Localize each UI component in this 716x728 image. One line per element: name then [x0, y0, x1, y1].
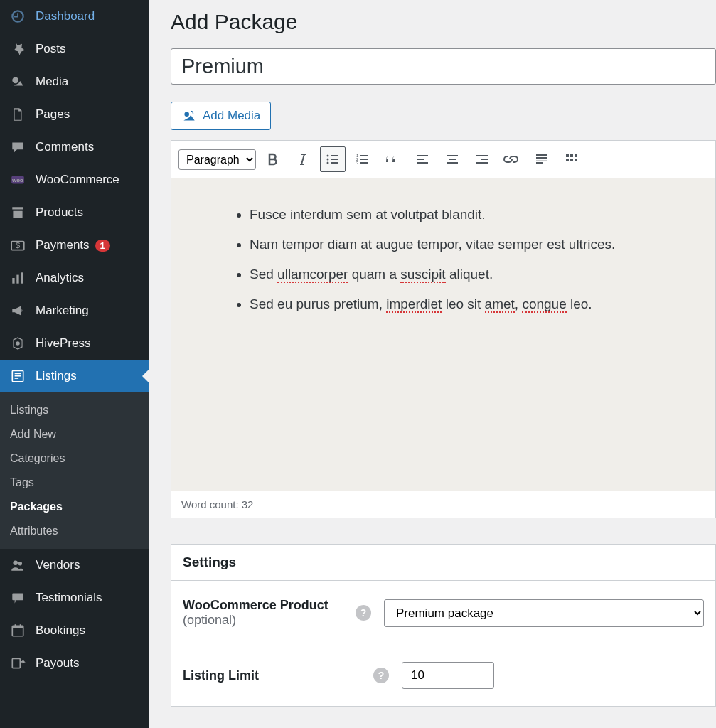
svg-rect-7: [21, 272, 23, 283]
sidebar-item-dashboard[interactable]: Dashboard: [0, 0, 149, 33]
svg-text:woo: woo: [11, 177, 23, 183]
align-right-button[interactable]: [469, 146, 495, 172]
italic-button[interactable]: [290, 146, 316, 172]
word-count-value: 32: [242, 498, 254, 510]
testimonials-icon: [9, 589, 27, 607]
sidebar-item-label: Posts: [36, 42, 66, 56]
settings-row-listing-limit: Listing Limit ?: [171, 645, 715, 706]
svg-point-0: [12, 77, 18, 83]
word-count-label: Word count:: [181, 498, 239, 510]
sidebar-item-products[interactable]: Products: [0, 196, 149, 229]
svg-rect-26: [331, 159, 338, 160]
submenu-item-categories[interactable]: Categories: [0, 446, 149, 471]
payouts-icon: [9, 654, 27, 673]
blockquote-button[interactable]: [380, 146, 405, 172]
svg-point-13: [13, 560, 18, 565]
vendors-icon: [9, 556, 27, 574]
submenu-item-add-new[interactable]: Add New: [0, 422, 149, 446]
sidebar-item-label: Pages: [36, 107, 70, 122]
align-left-button[interactable]: [410, 146, 435, 172]
svg-rect-46: [536, 162, 543, 164]
sidebar-item-label: Listings: [36, 369, 77, 383]
svg-rect-47: [566, 154, 569, 157]
sidebar-item-listings[interactable]: Listings: [0, 360, 149, 392]
sidebar-item-analytics[interactable]: Analytics: [0, 262, 149, 294]
sidebar-item-marketing[interactable]: Marketing: [0, 294, 149, 327]
svg-rect-38: [449, 159, 456, 160]
svg-rect-20: [12, 658, 20, 668]
submenu-item-packages[interactable]: Packages: [0, 495, 149, 519]
editor-list-item: Sed ullamcorper quam a suscipit aliquet.: [250, 267, 680, 282]
pin-icon: [9, 40, 27, 58]
sidebar-item-posts[interactable]: Posts: [0, 33, 149, 65]
help-icon[interactable]: ?: [373, 668, 389, 683]
bold-button[interactable]: [260, 146, 286, 172]
svg-rect-32: [360, 159, 368, 160]
toolbar-toggle-button[interactable]: [559, 146, 584, 172]
numbered-list-button[interactable]: 123: [350, 146, 375, 172]
sidebar-item-label: Dashboard: [36, 9, 95, 23]
sidebar-item-label: WooCommerce: [36, 173, 119, 187]
format-select[interactable]: Paragraph: [178, 149, 256, 170]
sidebar-item-woocommerce[interactable]: woo WooCommerce: [0, 164, 149, 196]
svg-point-23: [327, 159, 329, 161]
sidebar-item-payments[interactable]: $ Payments 1: [0, 229, 149, 262]
sidebar-item-label: Payments: [36, 238, 90, 252]
media-icon: [9, 73, 27, 91]
align-center-button[interactable]: [439, 146, 465, 172]
add-media-label: Add Media: [203, 109, 260, 123]
submenu-item-listings[interactable]: Listings: [0, 398, 149, 422]
sidebar-item-pages[interactable]: Pages: [0, 98, 149, 131]
svg-rect-27: [331, 162, 338, 164]
editor-status-bar: Word count: 32: [171, 491, 716, 518]
svg-rect-48: [570, 154, 573, 157]
svg-rect-11: [15, 375, 21, 377]
sidebar-item-media[interactable]: Media: [0, 65, 149, 98]
package-title-input[interactable]: [171, 48, 716, 85]
svg-point-24: [327, 162, 329, 164]
svg-rect-50: [566, 159, 569, 161]
sidebar-item-comments[interactable]: Comments: [0, 131, 149, 164]
products-icon: [9, 203, 27, 222]
svg-rect-18: [15, 624, 16, 627]
sidebar-item-bookings[interactable]: Bookings: [0, 614, 149, 647]
settings-header: Settings: [171, 545, 715, 581]
media-icon: [181, 108, 197, 124]
svg-rect-36: [417, 162, 428, 164]
listing-limit-input[interactable]: [402, 662, 494, 689]
svg-rect-33: [360, 162, 368, 164]
svg-rect-41: [481, 159, 488, 160]
insert-more-button[interactable]: [529, 146, 555, 172]
bullet-list-button[interactable]: [320, 146, 346, 172]
editor-toolbar: Paragraph 123: [171, 140, 716, 178]
submenu-item-tags[interactable]: Tags: [0, 471, 149, 495]
editor-list-item: Sed eu purus pretium, imperdiet leo sit …: [250, 296, 680, 312]
submenu-item-attributes[interactable]: Attributes: [0, 519, 149, 543]
svg-rect-34: [417, 155, 428, 156]
sidebar-item-payouts[interactable]: Payouts: [0, 647, 149, 680]
svg-rect-17: [12, 626, 23, 628]
link-button[interactable]: [499, 146, 525, 172]
setting-label: WooCommerce Product (optional): [183, 598, 343, 628]
help-icon[interactable]: ?: [356, 605, 371, 621]
sidebar-item-vendors[interactable]: Vendors: [0, 549, 149, 582]
svg-rect-39: [447, 162, 458, 164]
svg-rect-45: [536, 160, 547, 161]
woocommerce-product-select[interactable]: Premium package: [384, 599, 704, 627]
svg-point-8: [16, 341, 20, 346]
hivepress-icon: [9, 334, 27, 353]
settings-row-woocommerce: WooCommerce Product (optional) ? Premium…: [171, 581, 715, 645]
woo-icon: woo: [9, 171, 27, 189]
listings-icon: [9, 367, 27, 385]
svg-rect-6: [16, 275, 18, 284]
svg-rect-40: [476, 155, 488, 156]
add-media-button[interactable]: Add Media: [171, 102, 271, 130]
sidebar-item-label: Marketing: [36, 304, 89, 318]
megaphone-icon: [9, 301, 27, 320]
svg-rect-5: [12, 278, 14, 284]
calendar-icon: [9, 621, 27, 640]
editor-content[interactable]: Fusce interdum sem at volutpat blandit. …: [171, 178, 716, 491]
sidebar-item-testimonials[interactable]: Testimonials: [0, 582, 149, 614]
svg-rect-35: [417, 159, 424, 160]
sidebar-item-hivepress[interactable]: HivePress: [0, 327, 149, 360]
